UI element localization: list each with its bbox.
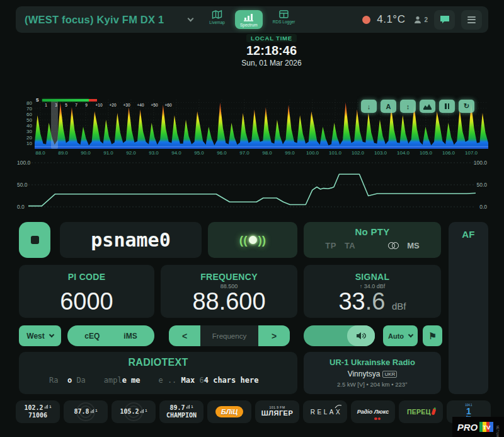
protv-tv-logo: TV <box>479 422 493 432</box>
preset-button-5[interactable]: БЛіЦ <box>207 400 251 423</box>
table-icon <box>279 10 289 18</box>
spectrum-y-tick: 10 <box>26 140 32 146</box>
radiotext-segment: Max <box>176 376 199 385</box>
signal-y-tick-left: 100.0 <box>17 160 30 166</box>
ceq-button[interactable]: cEQ <box>84 332 100 341</box>
spectrum-x-tick: 88.0 <box>32 150 49 156</box>
preset-button-7[interactable]: RELAX <box>303 400 347 423</box>
local-date-value: Sun, 01 Mar 2026 <box>241 59 301 67</box>
server-title[interactable]: (WEST focus) Kyiv FM DX 1 <box>25 14 164 26</box>
spectrum-y-tick: 20 <box>26 134 32 140</box>
pepper-icon <box>431 409 435 416</box>
stop-playback-button[interactable] <box>19 222 50 258</box>
spectrum-chart-icon <box>243 13 254 21</box>
frequency-stepper-label[interactable]: Frequency <box>200 325 258 346</box>
spectrum-x-tick: 101.0 <box>327 150 343 156</box>
map-icon <box>212 10 222 19</box>
spectrum-refresh-button[interactable]: ↻ <box>459 100 474 113</box>
preset-button-8[interactable]: Радіо Люкс <box>351 400 395 423</box>
s-meter-tick: +40 <box>137 103 144 107</box>
chevron-down-icon[interactable] <box>188 16 194 22</box>
spectrum-x-tick: 99.0 <box>282 150 298 156</box>
spectrum-pause-button[interactable] <box>439 100 455 113</box>
spectrum-x-tick: 97.0 <box>236 150 253 156</box>
preset-name: 71006 <box>28 412 47 420</box>
auto-scale-icon: A <box>386 103 391 110</box>
preset-logo-shlyager: ШЛЯГЕР <box>261 409 294 417</box>
signal-y-tick-right: 100.0 <box>474 160 487 166</box>
frequency-down-button[interactable]: < <box>169 325 200 346</box>
radiotext-segment: 4 chars here <box>204 376 259 385</box>
ms-flag: MS <box>407 241 420 250</box>
hamburger-icon <box>467 16 476 23</box>
arrow-down-icon: ↓ <box>367 103 371 110</box>
station-info-panel[interactable]: UR-1 Ukrainske Radio VinnytsyaUKR 2.5 kW… <box>304 352 441 394</box>
radiotext-segment: e <box>140 376 163 385</box>
frequency-value: 88.600 <box>161 289 297 313</box>
s-meter: S 13579+10+20+30+40+50+60 <box>36 97 181 110</box>
spectrum-autoscale-button[interactable]: A <box>381 100 396 113</box>
chat-button[interactable] <box>434 10 455 30</box>
spectrum-fit-button[interactable]: ↕ <box>400 100 416 113</box>
frequency-up-button[interactable]: > <box>258 325 290 346</box>
protv-net-text: NET.UA <box>496 425 499 429</box>
radiotext-segment: 6 <box>199 376 203 385</box>
station-name: UR-1 Ukrainske Radio <box>304 358 441 367</box>
spectrum-x-tick: 102.0 <box>350 150 366 156</box>
frequency-panel[interactable]: FREQUENCY 88.500 88.600 <box>161 265 297 318</box>
nav-spectrum[interactable]: Spectrum <box>235 10 263 29</box>
spectrum-x-tick: 92.0 <box>123 150 139 156</box>
signal-label: SIGNAL <box>304 272 441 282</box>
volume-slider[interactable] <box>304 325 375 346</box>
pty-value: No PTY <box>304 226 441 237</box>
flag-button[interactable]: ⚑ <box>423 325 442 346</box>
refresh-icon: ↻ <box>464 102 469 110</box>
volume-knob[interactable] <box>347 325 375 346</box>
preset-button-1[interactable]: 102.2171006 <box>16 400 60 423</box>
local-time-block: LOCAL TIME 12:18:46 Sun, 01 Mar 2026 <box>20 34 504 67</box>
listeners-indicator: 2 <box>414 15 428 24</box>
preset-button-2[interactable]: 87.81 <box>64 400 108 423</box>
spectrum-x-tick: 93.0 <box>146 150 162 156</box>
rds-flags-row: TP TA MS <box>304 241 441 250</box>
radiotext-value: Ra o Da ample me e .. Max 64 chars here <box>49 376 297 385</box>
spectrum-graphmode-button[interactable] <box>420 100 435 113</box>
ps-name-panel: psname0 <box>60 222 202 258</box>
audio-indicator-panel[interactable]: (()) <box>208 222 297 258</box>
bandwidth-select-value: Auto <box>388 332 404 340</box>
spectrum-x-tick: 90.0 <box>77 150 94 156</box>
s-meter-tick: +30 <box>123 103 130 107</box>
preset-frequency: 89.71 <box>170 404 193 412</box>
protv-pro-text: PRO <box>457 422 478 433</box>
signal-panel: SIGNAL ↑ 34.0 dBf 33.6 dBf <box>304 265 441 318</box>
radiotext-segment: e me <box>122 376 140 385</box>
s-meter-tick: +50 <box>151 103 158 107</box>
nav-livemap-label: Livemap <box>209 20 225 25</box>
s-meter-tick: 5 <box>65 103 67 107</box>
s-meter-tick: +10 <box>95 103 102 107</box>
bandwidth-select[interactable]: Auto <box>383 325 418 346</box>
radiotext-segment: .. <box>163 376 177 385</box>
nav-livemap[interactable]: Livemap <box>209 10 225 25</box>
pi-code-panel: PI CODE 6000 <box>19 265 154 318</box>
ims-button[interactable]: iMS <box>123 332 137 341</box>
preset-button-6[interactable]: 101.9 FMШЛЯГЕР <box>255 400 299 423</box>
s-meter-tick: +60 <box>164 103 171 107</box>
signal-plot <box>28 159 476 212</box>
antenna-select[interactable]: West <box>19 325 61 346</box>
spectrum-shift-down-button[interactable]: ↓ <box>361 100 377 113</box>
signal-unit: dBf <box>392 301 406 312</box>
nav-rds-logger[interactable]: RDS Logger <box>273 10 295 24</box>
menu-button[interactable] <box>461 10 482 30</box>
bird-icon <box>335 404 342 409</box>
preset-button-9[interactable]: ПЕРЕЦ <box>399 400 443 423</box>
station-country-badge: UKR <box>382 371 397 378</box>
preset-logo-blitz: БЛіЦ <box>215 406 244 417</box>
preset-button-3[interactable]: 105.21 <box>112 400 156 423</box>
preset-button-4[interactable]: 89.71CHAMPION <box>159 400 203 423</box>
spectrum-x-tick: 91.0 <box>100 150 117 156</box>
signal-bars-icon: 1 <box>140 409 147 413</box>
s-meter-overload <box>89 99 97 102</box>
spectrum-graph[interactable]: 8070605040302010 S 13579+10+20+30+40+50+… <box>16 95 488 158</box>
ps-name-value: psname0 <box>91 229 170 251</box>
